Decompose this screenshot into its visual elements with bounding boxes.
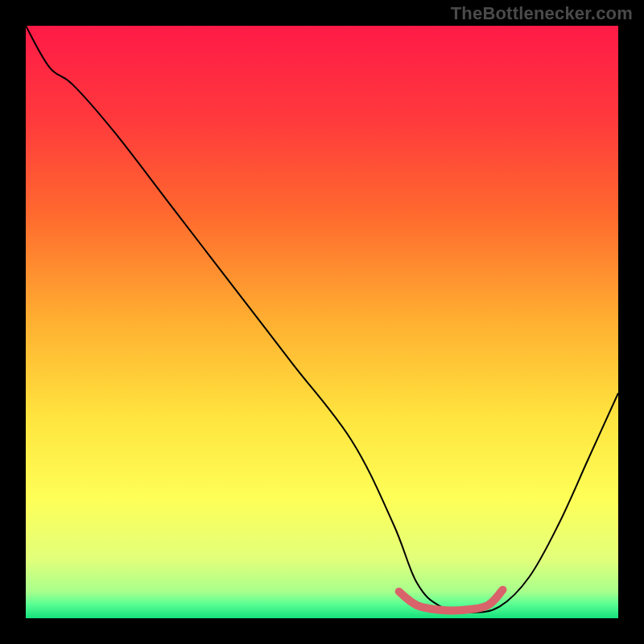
plot-area — [26, 26, 618, 618]
chart-svg — [26, 26, 618, 618]
watermark-text: TheBottlenecker.com — [451, 3, 633, 24]
gradient-background — [26, 26, 618, 618]
chart-container: TheBottlenecker.com — [0, 0, 644, 644]
